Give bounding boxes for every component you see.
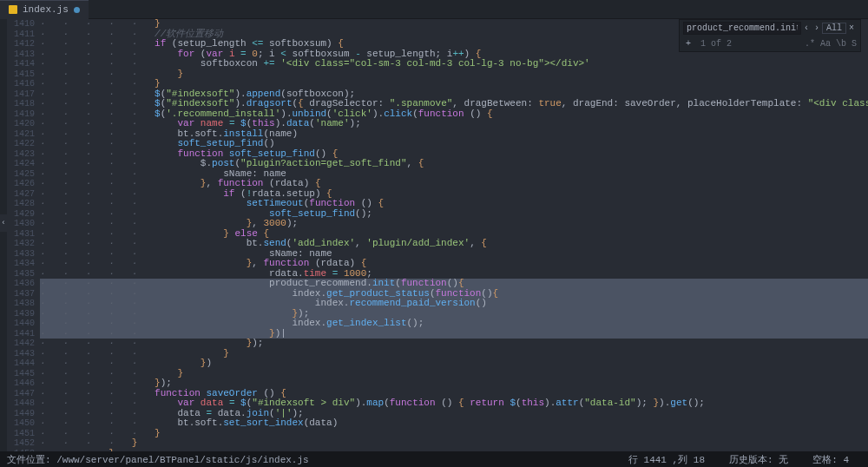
editor: ‹ 14101411141214131414141514161417141814… [0, 19, 868, 451]
status-history[interactable]: 历史版本: 无 [717, 453, 800, 466]
find-expand-button[interactable]: + [683, 38, 694, 49]
status-spaces[interactable]: 空格: 4 [800, 453, 861, 466]
js-file-icon [9, 5, 17, 14]
find-next-button[interactable]: › [812, 23, 822, 34]
find-all-button[interactable]: All [822, 23, 846, 34]
left-gutter: ‹ [0, 19, 7, 451]
line-number-gutter: 1410141114121413141414151416141714181419… [7, 19, 40, 451]
modified-dot-icon [74, 7, 80, 13]
tab-title: index.js [23, 4, 69, 15]
find-input[interactable] [683, 22, 801, 35]
find-panel: ‹ › All × + 1 of 2 .* Aa \b S [679, 19, 861, 52]
find-prev-button[interactable]: ‹ [801, 23, 812, 34]
status-line-col[interactable]: 行 1441 ,列 18 [616, 453, 717, 466]
tab-bar: index.js [0, 0, 868, 19]
find-match-count: 1 of 2 [694, 39, 732, 49]
find-close-button[interactable]: × [846, 23, 857, 34]
chevron-left-icon[interactable]: ‹ [0, 214, 7, 232]
tab-indexjs[interactable]: index.js [0, 0, 89, 19]
status-bar: 文件位置: /www/server/panel/BTPanel/static/j… [0, 451, 868, 467]
code-area[interactable]: · · · · · }· · · · · //软件位置移动· · · · · i… [40, 19, 868, 451]
status-path-label: 文件位置: [7, 455, 51, 465]
status-path: /www/server/panel/BTPanel/static/js/inde… [56, 455, 308, 465]
find-options[interactable]: .* Aa \b S [798, 39, 857, 49]
